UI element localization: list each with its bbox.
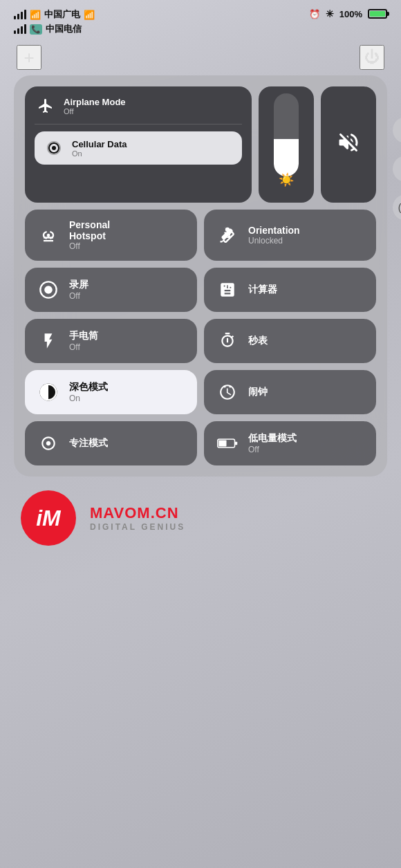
flashlight-button[interactable]: 手电筒 Off [25, 319, 197, 363]
stopwatch-title: 秒表 [248, 335, 268, 347]
cellular-icon [43, 137, 65, 159]
signal-bars-1 [14, 10, 26, 19]
power-icon: ⏻ [364, 48, 380, 66]
control-center-panel: ♥ ♪ ((·)) Airplane Mode Off [14, 75, 387, 477]
low-power-icon [215, 431, 240, 456]
watermark-domain: MAVOM.CN [90, 504, 185, 522]
wifi-icon-2: 📶 [84, 10, 95, 20]
bluetooth-icon: ✳ [326, 8, 334, 19]
screen-record-text: 录屏 Off [69, 279, 88, 301]
brightness-fill [274, 139, 299, 176]
dark-mode-text: 深色模式 On [69, 381, 108, 403]
calculator-button[interactable]: 计算器 [204, 268, 376, 312]
svg-point-3 [44, 286, 53, 294]
clock-icon [215, 380, 240, 405]
dark-mode-button[interactable]: 深色模式 On [25, 370, 197, 414]
svg-rect-6 [218, 441, 226, 447]
hotspot-title: Personal [69, 219, 110, 230]
watermark-tagline: DIGITAL GENIUS [90, 522, 185, 532]
calculator-icon [215, 277, 240, 302]
orientation-button[interactable]: Orientation Unlocked [204, 210, 376, 261]
brightness-block[interactable]: ☀️ [259, 86, 314, 203]
hotspot-sub: Off [69, 241, 110, 251]
signal-side-icon: ((·)) [398, 202, 401, 213]
carrier1-row: 📶 中国广电 📶 [14, 8, 95, 21]
clock-title: 闹钟 [248, 386, 268, 398]
signal-button[interactable]: ((·)) [393, 194, 401, 221]
stopwatch-icon [215, 329, 240, 353]
calculator-text: 计算器 [248, 284, 277, 296]
airplane-icon [35, 95, 57, 117]
battery-fill [370, 11, 385, 17]
add-button[interactable]: + [17, 45, 41, 70]
dark-mode-sub: On [69, 394, 108, 403]
low-power-text: 低电量模式 Off [248, 432, 297, 454]
orientation-title: Orientation [248, 225, 300, 236]
flashlight-icon [36, 329, 61, 353]
stopwatch-button[interactable]: 秒表 [204, 319, 376, 363]
screen-record-button[interactable]: 录屏 Off [25, 268, 197, 312]
add-icon: + [24, 47, 34, 68]
calculator-title: 计算器 [248, 284, 277, 296]
cellular-row[interactable]: Cellular Data On [35, 131, 242, 165]
clock-text: 闹钟 [248, 386, 268, 398]
status-left: 📶 中国广电 📶 📞 中国电信 [14, 8, 95, 35]
side-buttons: ♥ ♪ ((·)) [393, 117, 401, 241]
orientation-icon [215, 223, 240, 248]
carrier2-name: 中国电信 [46, 23, 82, 35]
status-right: ⏰ ✳ 100% [309, 8, 387, 19]
low-power-button[interactable]: 低电量模式 Off [204, 421, 376, 465]
airplane-title: Airplane Mode [64, 97, 126, 107]
brightness-sun-icon: ☀️ [279, 172, 294, 187]
watermark-text-block: MAVOM.CN DIGITAL GENIUS [90, 504, 185, 532]
watermark-logo-text: iM [36, 506, 61, 531]
top-controls-area: Airplane Mode Off Cellular Data On [25, 86, 376, 203]
mute-icon [336, 130, 361, 160]
battery-percent: 100% [339, 9, 362, 19]
orientation-sub: Unlocked [248, 236, 300, 246]
airplane-text: Airplane Mode Off [64, 97, 126, 116]
flashlight-sub: Off [69, 342, 98, 352]
hotspot-title2: Hotspot [69, 230, 110, 241]
focus-title: 专注模式 [69, 437, 108, 450]
phone-icon: 📞 [30, 24, 42, 35]
svg-rect-7 [235, 442, 238, 445]
brightness-track [274, 93, 299, 176]
cellular-sub: On [72, 149, 127, 158]
carrier1-name: 中国广电 [44, 8, 80, 21]
screen-record-title: 录屏 [69, 279, 88, 291]
volume-block[interactable] [321, 86, 376, 203]
hotspot-icon [36, 223, 61, 248]
flashlight-title: 手电筒 [69, 330, 98, 342]
hotspot-button[interactable]: Personal Hotspot Off [25, 210, 197, 261]
dark-mode-title: 深色模式 [69, 381, 108, 394]
power-button[interactable]: ⏻ [360, 45, 384, 70]
cellular-text: Cellular Data On [72, 139, 127, 158]
signal-bars-2 [14, 24, 26, 34]
flashlight-text: 手电筒 Off [69, 330, 98, 352]
svg-point-0 [52, 146, 56, 150]
top-icons-bar: + ⏻ [0, 39, 401, 75]
carrier2-row: 📞 中国电信 [14, 23, 95, 35]
orientation-text: Orientation Unlocked [248, 225, 300, 246]
music-button[interactable]: ♪ [393, 156, 401, 182]
focus-text: 专注模式 [69, 437, 108, 450]
wifi-icon: 📶 [30, 10, 41, 20]
status-bar: 📶 中国广电 📶 📞 中国电信 ⏰ ✳ 100% [0, 0, 401, 39]
low-power-sub: Off [248, 445, 297, 454]
low-power-title: 低电量模式 [248, 432, 297, 445]
hotspot-text: Personal Hotspot Off [69, 219, 110, 251]
dark-mode-icon [36, 380, 61, 405]
cellular-title: Cellular Data [72, 139, 127, 149]
connectivity-block[interactable]: Airplane Mode Off Cellular Data On [25, 86, 252, 203]
focus-button[interactable]: 专注模式 [25, 421, 197, 465]
airplane-row[interactable]: Airplane Mode Off [35, 95, 242, 117]
airplane-sub: Off [64, 107, 126, 116]
heart-button[interactable]: ♥ [393, 117, 401, 143]
clock-button[interactable]: 闹钟 [204, 370, 376, 414]
watermark-area: iM MAVOM.CN DIGITAL GENIUS [0, 477, 401, 560]
focus-icon [36, 431, 61, 456]
stopwatch-text: 秒表 [248, 335, 268, 347]
screen-record-sub: Off [69, 291, 88, 301]
screen-record-icon [36, 277, 61, 302]
